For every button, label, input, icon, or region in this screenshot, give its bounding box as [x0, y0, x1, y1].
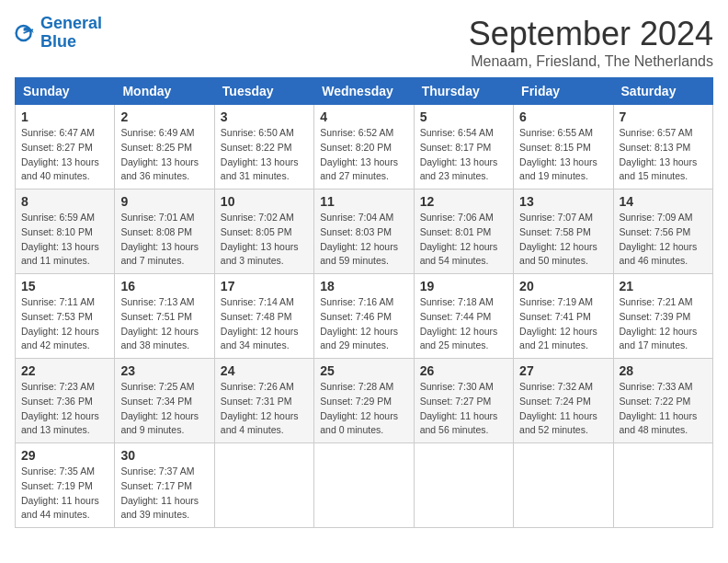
day-number: 29 — [21, 448, 108, 463]
day-number: 17 — [221, 279, 308, 293]
calendar-cell: 5Sunrise: 6:54 AM Sunset: 8:17 PM Daylig… — [414, 105, 513, 190]
column-header-friday: Friday — [514, 78, 613, 105]
day-number: 26 — [420, 363, 507, 378]
day-info: Sunrise: 7:07 AM Sunset: 7:58 PM Dayligh… — [519, 211, 607, 269]
calendar-cell: 15Sunrise: 7:11 AM Sunset: 7:53 PM Dayli… — [16, 274, 115, 359]
column-header-saturday: Saturday — [613, 78, 712, 105]
calendar-cell: 10Sunrise: 7:02 AM Sunset: 8:05 PM Dayli… — [214, 190, 313, 274]
day-number: 23 — [120, 363, 208, 378]
calendar-cell: 19Sunrise: 7:18 AM Sunset: 7:44 PM Dayli… — [414, 274, 513, 359]
day-info: Sunrise: 7:33 AM Sunset: 7:22 PM Dayligh… — [620, 380, 707, 438]
day-info: Sunrise: 7:06 AM Sunset: 8:01 PM Dayligh… — [420, 211, 507, 269]
calendar-cell — [514, 443, 613, 528]
day-info: Sunrise: 6:55 AM Sunset: 8:15 PM Dayligh… — [519, 126, 607, 184]
month-title: September 2024 — [469, 15, 713, 53]
day-number: 9 — [120, 194, 208, 209]
day-info: Sunrise: 6:54 AM Sunset: 8:17 PM Dayligh… — [420, 126, 507, 184]
day-info: Sunrise: 7:35 AM Sunset: 7:19 PM Dayligh… — [21, 465, 108, 523]
week-row-3: 15Sunrise: 7:11 AM Sunset: 7:53 PM Dayli… — [16, 274, 713, 359]
calendar-cell — [414, 443, 513, 528]
calendar-cell: 18Sunrise: 7:16 AM Sunset: 7:46 PM Dayli… — [314, 274, 414, 359]
day-info: Sunrise: 7:04 AM Sunset: 8:03 PM Dayligh… — [320, 211, 407, 269]
week-row-4: 22Sunrise: 7:23 AM Sunset: 7:36 PM Dayli… — [16, 359, 713, 443]
day-info: Sunrise: 7:09 AM Sunset: 7:56 PM Dayligh… — [620, 211, 707, 269]
calendar-cell: 22Sunrise: 7:23 AM Sunset: 7:36 PM Dayli… — [16, 359, 115, 443]
day-number: 2 — [120, 109, 208, 124]
day-number: 27 — [519, 363, 607, 378]
day-info: Sunrise: 6:57 AM Sunset: 8:13 PM Dayligh… — [620, 126, 707, 184]
day-info: Sunrise: 6:52 AM Sunset: 8:20 PM Dayligh… — [320, 126, 407, 184]
day-info: Sunrise: 6:50 AM Sunset: 8:22 PM Dayligh… — [221, 126, 308, 184]
calendar-cell: 9Sunrise: 7:01 AM Sunset: 8:08 PM Daylig… — [115, 190, 214, 274]
column-header-tuesday: Tuesday — [214, 78, 313, 105]
week-row-2: 8Sunrise: 6:59 AM Sunset: 8:10 PM Daylig… — [16, 190, 713, 274]
calendar-table: SundayMondayTuesdayWednesdayThursdayFrid… — [15, 77, 713, 528]
day-number: 8 — [21, 194, 108, 209]
day-number: 4 — [320, 109, 407, 124]
calendar-cell: 25Sunrise: 7:28 AM Sunset: 7:29 PM Dayli… — [314, 359, 414, 443]
calendar-cell: 13Sunrise: 7:07 AM Sunset: 7:58 PM Dayli… — [514, 190, 613, 274]
column-header-thursday: Thursday — [414, 78, 513, 105]
day-number: 5 — [420, 109, 507, 124]
day-info: Sunrise: 7:25 AM Sunset: 7:34 PM Dayligh… — [120, 380, 208, 438]
day-info: Sunrise: 7:02 AM Sunset: 8:05 PM Dayligh… — [221, 211, 308, 269]
day-number: 21 — [620, 279, 707, 293]
day-info: Sunrise: 7:32 AM Sunset: 7:24 PM Dayligh… — [519, 380, 607, 438]
calendar-cell: 6Sunrise: 6:55 AM Sunset: 8:15 PM Daylig… — [514, 105, 613, 190]
calendar-cell: 29Sunrise: 7:35 AM Sunset: 7:19 PM Dayli… — [16, 443, 115, 528]
calendar-cell — [214, 443, 313, 528]
day-info: Sunrise: 7:19 AM Sunset: 7:41 PM Dayligh… — [519, 295, 607, 353]
title-area: September 2024 Menaam, Friesland, The Ne… — [469, 15, 713, 70]
day-info: Sunrise: 6:59 AM Sunset: 8:10 PM Dayligh… — [21, 211, 108, 269]
calendar-cell: 1Sunrise: 6:47 AM Sunset: 8:27 PM Daylig… — [16, 105, 115, 190]
calendar-cell: 11Sunrise: 7:04 AM Sunset: 8:03 PM Dayli… — [314, 190, 414, 274]
day-info: Sunrise: 7:01 AM Sunset: 8:08 PM Dayligh… — [120, 211, 208, 269]
day-number: 28 — [620, 363, 707, 378]
calendar-cell: 30Sunrise: 7:37 AM Sunset: 7:17 PM Dayli… — [115, 443, 214, 528]
calendar-cell: 26Sunrise: 7:30 AM Sunset: 7:27 PM Dayli… — [414, 359, 513, 443]
calendar-cell: 21Sunrise: 7:21 AM Sunset: 7:39 PM Dayli… — [613, 274, 712, 359]
day-number: 16 — [120, 279, 208, 293]
day-number: 6 — [519, 109, 607, 124]
day-number: 3 — [221, 109, 308, 124]
day-info: Sunrise: 7:21 AM Sunset: 7:39 PM Dayligh… — [620, 295, 707, 353]
column-header-sunday: Sunday — [16, 78, 115, 105]
calendar-cell: 12Sunrise: 7:06 AM Sunset: 8:01 PM Dayli… — [414, 190, 513, 274]
week-row-5: 29Sunrise: 7:35 AM Sunset: 7:19 PM Dayli… — [16, 443, 713, 528]
calendar-cell: 7Sunrise: 6:57 AM Sunset: 8:13 PM Daylig… — [613, 105, 712, 190]
day-number: 7 — [620, 109, 707, 124]
location-subtitle: Menaam, Friesland, The Netherlands — [469, 53, 713, 70]
day-number: 14 — [620, 194, 707, 209]
calendar-cell: 20Sunrise: 7:19 AM Sunset: 7:41 PM Dayli… — [514, 274, 613, 359]
calendar-cell: 17Sunrise: 7:14 AM Sunset: 7:48 PM Dayli… — [214, 274, 313, 359]
day-number: 25 — [320, 363, 407, 378]
day-number: 30 — [120, 448, 208, 463]
calendar-cell — [613, 443, 712, 528]
day-info: Sunrise: 6:47 AM Sunset: 8:27 PM Dayligh… — [21, 126, 108, 184]
day-number: 10 — [221, 194, 308, 209]
day-number: 24 — [221, 363, 308, 378]
day-info: Sunrise: 6:49 AM Sunset: 8:25 PM Dayligh… — [120, 126, 208, 184]
week-row-1: 1Sunrise: 6:47 AM Sunset: 8:27 PM Daylig… — [16, 105, 713, 190]
day-number: 18 — [320, 279, 407, 293]
day-info: Sunrise: 7:26 AM Sunset: 7:31 PM Dayligh… — [221, 380, 308, 438]
column-header-monday: Monday — [115, 78, 214, 105]
day-number: 19 — [420, 279, 507, 293]
day-info: Sunrise: 7:18 AM Sunset: 7:44 PM Dayligh… — [420, 295, 507, 353]
day-info: Sunrise: 7:28 AM Sunset: 7:29 PM Dayligh… — [320, 380, 407, 438]
day-info: Sunrise: 7:14 AM Sunset: 7:48 PM Dayligh… — [221, 295, 308, 353]
day-info: Sunrise: 7:11 AM Sunset: 7:53 PM Dayligh… — [21, 295, 108, 353]
calendar-cell: 27Sunrise: 7:32 AM Sunset: 7:24 PM Dayli… — [514, 359, 613, 443]
calendar-cell: 4Sunrise: 6:52 AM Sunset: 8:20 PM Daylig… — [314, 105, 414, 190]
logo-icon — [15, 22, 37, 44]
day-info: Sunrise: 7:13 AM Sunset: 7:51 PM Dayligh… — [120, 295, 208, 353]
day-number: 1 — [21, 109, 108, 124]
logo: General Blue — [15, 15, 102, 52]
calendar-cell: 28Sunrise: 7:33 AM Sunset: 7:22 PM Dayli… — [613, 359, 712, 443]
day-number: 13 — [519, 194, 607, 209]
calendar-cell: 23Sunrise: 7:25 AM Sunset: 7:34 PM Dayli… — [115, 359, 214, 443]
column-header-wednesday: Wednesday — [314, 78, 414, 105]
day-number: 12 — [420, 194, 507, 209]
calendar-cell: 3Sunrise: 6:50 AM Sunset: 8:22 PM Daylig… — [214, 105, 313, 190]
day-number: 15 — [21, 279, 108, 293]
